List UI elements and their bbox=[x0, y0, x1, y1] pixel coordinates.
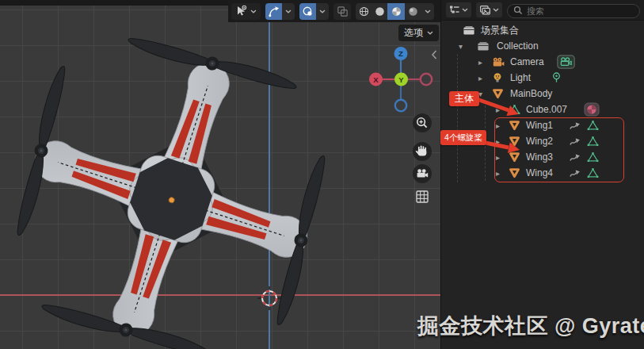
shading-rendered-button[interactable] bbox=[405, 3, 421, 20]
show-overlays-dropdown[interactable] bbox=[316, 3, 329, 20]
svg-text:Z: Z bbox=[398, 49, 403, 58]
xray-toggle[interactable] bbox=[333, 3, 351, 20]
gizmo-minus-x-ball[interactable] bbox=[421, 74, 432, 85]
outliner-item-label[interactable]: Camera bbox=[510, 54, 544, 70]
chevron-down-icon bbox=[319, 10, 326, 13]
camera-view-button[interactable] bbox=[413, 164, 432, 183]
collection-icon bbox=[477, 38, 490, 54]
shading-material-button[interactable] bbox=[387, 3, 405, 20]
mesh-data-icon bbox=[509, 102, 520, 117]
camera-object-icon bbox=[492, 54, 505, 70]
display-mode-dropdown[interactable] bbox=[476, 2, 502, 17]
options-label: 选项 bbox=[404, 26, 423, 40]
outliner-header bbox=[441, 0, 644, 21]
chevron-right-icon[interactable]: ▸ bbox=[478, 54, 482, 70]
chevron-right-icon[interactable]: ▸ bbox=[478, 70, 482, 86]
viewport-header-tools bbox=[231, 2, 434, 20]
light-object-icon bbox=[492, 70, 503, 86]
axis-navigation-gizmo[interactable]: Z X Y bbox=[361, 41, 440, 117]
shading-dropdown[interactable] bbox=[421, 3, 434, 20]
shading-solid-button[interactable] bbox=[372, 3, 387, 20]
chevron-down-icon bbox=[425, 10, 431, 13]
main-body-annotation-label: 主体 bbox=[449, 91, 479, 106]
blender-window: 选项 Z X Y bbox=[0, 0, 644, 349]
region-collapse-chevron[interactable] bbox=[430, 49, 438, 60]
outliner-item-label[interactable]: Cube.007 bbox=[526, 102, 567, 117]
visibility-cursor-icon bbox=[235, 5, 248, 17]
gizmo-minus-z-ball[interactable] bbox=[395, 100, 406, 111]
solid-sphere-icon bbox=[374, 6, 386, 17]
image-stack-icon bbox=[479, 5, 491, 16]
3d-viewport[interactable]: 选项 Z X Y bbox=[0, 0, 440, 349]
overlays-icon bbox=[302, 6, 314, 17]
outliner-row-collection[interactable]: ▾ Collection bbox=[441, 38, 644, 54]
shading-wireframe-button[interactable] bbox=[356, 3, 372, 20]
chevron-down-icon bbox=[285, 10, 292, 13]
camera-data-icon[interactable] bbox=[557, 54, 575, 70]
outliner-editor-icon bbox=[449, 5, 460, 15]
chevron-right-icon[interactable]: ▸ bbox=[496, 102, 500, 117]
chevron-down-icon[interactable]: ▾ bbox=[459, 38, 463, 54]
outliner-item-label[interactable]: MainBody bbox=[510, 86, 552, 102]
outliner-row-camera[interactable]: ▸ Camera bbox=[441, 54, 644, 70]
gizmo-x-axis-ball[interactable]: X bbox=[369, 73, 383, 86]
search-input[interactable] bbox=[507, 4, 640, 18]
show-gizmo-toggle[interactable] bbox=[265, 3, 282, 20]
scene-collection-icon bbox=[463, 22, 475, 38]
viewport-nav-column bbox=[410, 112, 436, 210]
svg-text:X: X bbox=[373, 75, 379, 84]
outliner-item-label[interactable]: 场景集合 bbox=[481, 22, 519, 38]
wings-annotation-label: 4个螺旋桨 bbox=[440, 130, 486, 145]
watermark: 掘金技术社区 @ Gyrate bbox=[417, 312, 644, 340]
chevron-down-icon bbox=[462, 8, 468, 12]
chevron-down-icon bbox=[427, 31, 433, 35]
outliner-panel: 场景集合 ▾ Collection ▸ Camera bbox=[440, 0, 644, 349]
outliner-row-scene-collection[interactable]: 场景集合 bbox=[441, 22, 644, 38]
search-icon bbox=[513, 6, 523, 15]
show-overlays-toggle[interactable] bbox=[299, 3, 316, 20]
gizmo-z-axis-ball[interactable]: Z bbox=[394, 47, 408, 60]
editor-type-dropdown[interactable] bbox=[446, 2, 471, 17]
rendered-sphere-icon bbox=[407, 6, 419, 17]
outliner-item-label[interactable]: Collection bbox=[497, 38, 539, 54]
mesh-object-icon bbox=[492, 86, 504, 102]
toggle-grid-button[interactable] bbox=[417, 191, 428, 202]
material-sphere-icon bbox=[391, 6, 402, 17]
pan-hand-button[interactable] bbox=[413, 142, 432, 161]
zoom-button[interactable] bbox=[413, 113, 432, 132]
material-icon[interactable] bbox=[584, 102, 600, 117]
object-visibility-dropdown[interactable] bbox=[231, 3, 261, 20]
wireframe-sphere-icon bbox=[358, 6, 370, 17]
outliner-item-label[interactable]: Light bbox=[510, 70, 531, 86]
light-data-icon[interactable] bbox=[551, 70, 562, 86]
svg-text:Y: Y bbox=[398, 75, 404, 84]
gizmo-icon bbox=[268, 6, 280, 17]
outliner-row-light[interactable]: ▸ Light bbox=[441, 70, 644, 86]
show-gizmo-dropdown[interactable] bbox=[282, 3, 295, 20]
xray-icon bbox=[337, 6, 349, 17]
wings-highlight-box bbox=[494, 117, 624, 182]
chevron-down-icon bbox=[250, 10, 257, 13]
3d-cursor bbox=[257, 286, 281, 310]
chevron-down-icon bbox=[493, 8, 499, 12]
gizmo-y-axis-ball[interactable]: Y bbox=[394, 73, 408, 86]
options-button[interactable]: 选项 bbox=[398, 25, 439, 41]
